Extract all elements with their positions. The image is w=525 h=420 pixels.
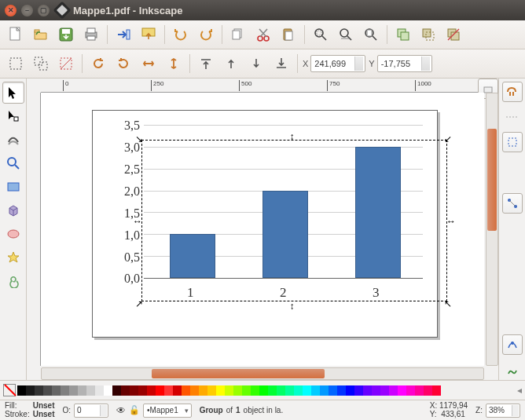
zoom-selection-button[interactable]: [310, 24, 332, 46]
undo-button[interactable]: [170, 24, 192, 46]
select-all-button[interactable]: [5, 53, 27, 75]
layer-visibility-icon[interactable]: 👁: [116, 405, 126, 416]
color-swatch[interactable]: [303, 385, 311, 396]
lower-to-bottom-button[interactable]: [270, 53, 292, 75]
color-swatch[interactable]: [17, 385, 26, 396]
rotate-ccw-button[interactable]: [87, 53, 109, 75]
resize-handle-nw[interactable]: ↘: [135, 133, 145, 143]
y-coordinate-input[interactable]: -17,755: [377, 55, 432, 72]
color-swatch[interactable]: [130, 385, 138, 396]
color-swatch[interactable]: [268, 385, 277, 396]
tweak-tool[interactable]: [2, 129, 24, 151]
minimize-button[interactable]: –: [21, 5, 33, 16]
horizontal-scrollbar[interactable]: [41, 367, 484, 380]
layer-selector[interactable]: •Mappe1: [143, 404, 192, 418]
resize-handle-s[interactable]: ↕: [290, 301, 299, 310]
color-swatch[interactable]: [337, 385, 346, 396]
color-swatch[interactable]: [225, 385, 233, 396]
color-swatch[interactable]: [233, 385, 242, 396]
color-swatch[interactable]: [398, 385, 406, 396]
raise-to-top-button[interactable]: [195, 53, 217, 75]
raise-button[interactable]: [220, 53, 242, 75]
color-swatch[interactable]: [190, 385, 199, 396]
color-swatch[interactable]: [329, 385, 337, 396]
color-swatch[interactable]: [52, 385, 61, 396]
color-swatch[interactable]: [104, 385, 112, 396]
color-swatch[interactable]: [112, 385, 121, 396]
color-swatch[interactable]: [43, 385, 52, 396]
color-swatch[interactable]: [380, 385, 389, 396]
color-swatch[interactable]: [216, 385, 225, 396]
resize-handle-ne[interactable]: ↙: [444, 133, 453, 143]
color-swatch[interactable]: [199, 385, 207, 396]
resize-handle-w[interactable]: ↔: [133, 216, 142, 225]
horizontal-ruler[interactable]: 0 250 500 750 1000: [41, 79, 484, 93]
color-swatch[interactable]: [147, 385, 156, 396]
color-swatch[interactable]: [138, 385, 147, 396]
flip-vertical-button[interactable]: [163, 53, 185, 75]
palette-menu-icon[interactable]: ◂: [517, 385, 522, 396]
close-button[interactable]: ✕: [5, 5, 17, 16]
color-swatch[interactable]: [121, 385, 130, 396]
color-swatch[interactable]: [294, 385, 303, 396]
color-swatch[interactable]: [156, 385, 164, 396]
spiral-tool[interactable]: [2, 270, 24, 292]
color-swatch[interactable]: [95, 385, 104, 396]
no-color-swatch[interactable]: [3, 384, 16, 396]
color-swatch[interactable]: [277, 385, 285, 396]
layer-lock-icon[interactable]: 🔓: [129, 405, 140, 415]
color-swatch[interactable]: [173, 385, 182, 396]
color-swatch[interactable]: [35, 385, 43, 396]
zoom-drawing-button[interactable]: [335, 24, 357, 46]
cut-button[interactable]: [252, 24, 274, 46]
import-button[interactable]: [112, 24, 134, 46]
flip-horizontal-button[interactable]: [138, 53, 160, 75]
selector-tool[interactable]: [2, 82, 24, 104]
color-swatch[interactable]: [164, 385, 173, 396]
resize-handle-sw[interactable]: ↗: [135, 298, 145, 308]
maximize-button[interactable]: ▢: [38, 5, 50, 16]
color-swatch[interactable]: [242, 385, 251, 396]
node-tool[interactable]: [2, 105, 24, 127]
print-button[interactable]: [80, 24, 102, 46]
select-all-layers-button[interactable]: [30, 53, 52, 75]
color-swatch[interactable]: [389, 385, 398, 396]
color-swatch[interactable]: [182, 385, 190, 396]
3d-box-tool[interactable]: [2, 199, 24, 221]
canvas[interactable]: 0,0 0,5 1,0 1,5 2,0 2,5 3,0 3,5 1 2 3 ↘ …: [41, 93, 484, 366]
color-swatch[interactable]: [78, 385, 86, 396]
snap-nodes-button[interactable]: [502, 193, 523, 214]
unlink-clone-button[interactable]: [442, 24, 464, 46]
vertical-ruler[interactable]: [27, 93, 41, 366]
color-swatch[interactable]: [406, 385, 415, 396]
color-swatch[interactable]: [432, 385, 441, 396]
color-swatch[interactable]: [424, 385, 432, 396]
vertical-scrollbar[interactable]: [486, 93, 498, 366]
rectangle-tool[interactable]: [2, 176, 24, 198]
ellipse-tool[interactable]: [2, 223, 24, 245]
color-swatch[interactable]: [251, 385, 259, 396]
resize-handle-se[interactable]: ↖: [444, 298, 453, 308]
color-swatch[interactable]: [415, 385, 424, 396]
zoom-input[interactable]: 38%: [486, 404, 520, 418]
x-coordinate-input[interactable]: 241,699: [310, 55, 365, 72]
color-swatch[interactable]: [311, 385, 320, 396]
zoom-tool[interactable]: [2, 152, 24, 174]
snap-paths-button[interactable]: [502, 334, 523, 355]
color-swatch[interactable]: [259, 385, 268, 396]
color-swatch[interactable]: [346, 385, 354, 396]
paste-button[interactable]: [277, 24, 299, 46]
color-swatch[interactable]: [320, 385, 329, 396]
resize-handle-n[interactable]: ↕: [290, 131, 299, 141]
color-swatch[interactable]: [354, 385, 363, 396]
lower-button[interactable]: [245, 53, 267, 75]
color-swatch[interactable]: [61, 385, 69, 396]
rotate-cw-button[interactable]: [112, 53, 134, 75]
copy-button[interactable]: [227, 24, 249, 46]
save-button[interactable]: [55, 24, 77, 46]
color-swatch[interactable]: [69, 385, 78, 396]
deselect-button[interactable]: [55, 53, 77, 75]
clone-button[interactable]: [417, 24, 439, 46]
resize-handle-e[interactable]: ↔: [446, 216, 456, 225]
color-swatch[interactable]: [86, 385, 95, 396]
